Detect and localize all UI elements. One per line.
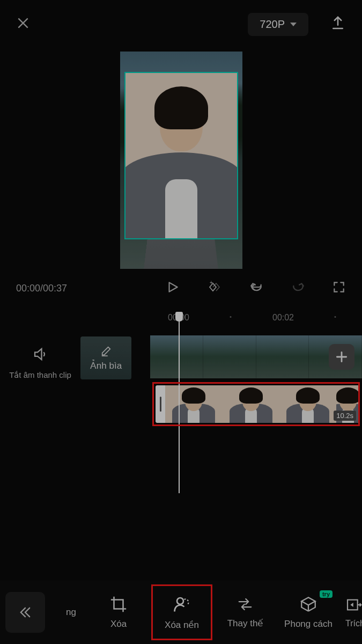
extract-audio-icon	[345, 596, 362, 613]
ruler-dot	[230, 316, 232, 318]
tool-label: Xóa	[110, 619, 127, 630]
top-bar: 720P	[0, 0, 362, 48]
tool-label: Trích xuất thanh	[345, 619, 362, 628]
fullscreen-icon	[332, 280, 346, 294]
tool-item-thay-the[interactable]: Thay thế	[213, 583, 277, 642]
tool-item-xoa-nen[interactable]: Xóa nền	[150, 583, 213, 642]
tool-label: Thay thế	[227, 618, 263, 629]
ruler-mark: 00:02	[272, 313, 294, 323]
timeline-area: 00:00 00:02 Tắt âm thanh clip Ảnh bìa	[0, 308, 362, 493]
export-button[interactable]	[330, 15, 346, 33]
add-clip-button[interactable]	[329, 344, 354, 370]
chevron-down-icon	[290, 23, 297, 26]
tool-item-xoa[interactable]: Xóa	[87, 583, 150, 642]
crop-icon	[109, 595, 128, 613]
overlay-clip[interactable]: 10.2s	[156, 385, 359, 423]
overlay-track[interactable]: 10.2s	[0, 384, 362, 425]
resolution-selector[interactable]: 720P	[248, 13, 308, 36]
cube-icon	[299, 595, 317, 613]
try-badge: try	[320, 590, 333, 598]
timeline-tracks: Tắt âm thanh clip Ảnh bìa	[0, 332, 362, 493]
tool-label: Phong cách	[284, 619, 333, 630]
time-display: 00:00/00:37	[16, 283, 160, 294]
clip-thumbnail	[222, 385, 279, 423]
export-icon	[330, 15, 346, 31]
fullscreen-button[interactable]	[332, 280, 346, 296]
replace-icon	[236, 596, 254, 612]
playback-row: 00:00/00:37 +	[0, 273, 362, 308]
preview-canvas[interactable]	[120, 52, 242, 269]
remove-background-icon	[172, 595, 191, 614]
resolution-label: 720P	[260, 18, 285, 31]
close-button[interactable]	[16, 14, 30, 34]
playhead[interactable]	[179, 313, 180, 493]
close-icon	[16, 16, 30, 30]
preview-area	[0, 48, 362, 273]
clip-duration-badge: 10.2s	[334, 411, 356, 421]
toolbar-back-button[interactable]	[5, 592, 45, 633]
subject-person	[125, 73, 237, 238]
subject-overlay-frame[interactable]	[124, 72, 238, 239]
ruler-dot	[335, 316, 336, 318]
tool-item-trich-xuat[interactable]: Trích xuất thanh	[340, 583, 362, 642]
clip-thumbnail	[279, 385, 336, 423]
clip-handle-left[interactable]	[156, 385, 165, 423]
toolbar-scroll[interactable]: ng Xóa Xóa nền Thay thế try Phong cách	[48, 583, 362, 642]
keyframe-button[interactable]: +	[205, 280, 223, 297]
redo-button[interactable]	[290, 280, 306, 296]
main-video-track[interactable]	[0, 335, 362, 378]
clip-thumbnail	[165, 385, 222, 423]
top-right-controls: 720P	[248, 13, 346, 36]
undo-icon	[248, 280, 264, 294]
play-icon	[166, 280, 180, 295]
redo-icon	[290, 280, 306, 294]
plus-icon	[335, 350, 349, 364]
svg-text:+: +	[210, 280, 213, 286]
svg-point-1	[177, 598, 183, 604]
bottom-toolbar: ng Xóa Xóa nền Thay thế try Phong cách	[0, 581, 362, 644]
chevrons-left-icon	[18, 605, 33, 620]
tool-label: Xóa nền	[165, 619, 199, 631]
tool-label: ng	[66, 607, 76, 618]
keyframe-icon: +	[205, 280, 223, 295]
tool-item-phong-cach[interactable]: try Phong cách	[277, 583, 340, 642]
tool-item-ng[interactable]: ng	[48, 583, 87, 642]
play-button[interactable]	[166, 280, 180, 297]
undo-button[interactable]	[248, 280, 264, 296]
